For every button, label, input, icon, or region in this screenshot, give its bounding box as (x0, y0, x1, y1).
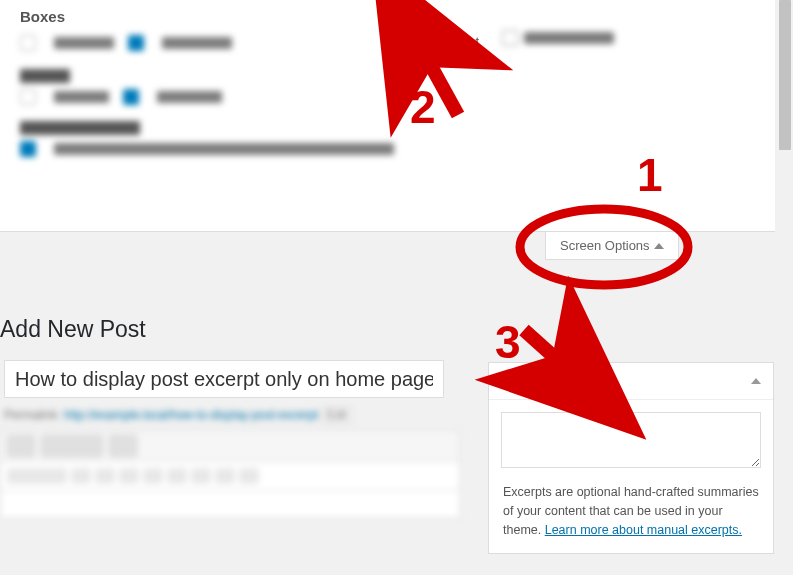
excerpt-checkbox[interactable]: Excerpt (406, 30, 479, 52)
screen-options-tab[interactable]: Screen Options (545, 232, 679, 260)
excerpt-metabox: Excerpt Excerpts are optional hand-craft… (488, 362, 774, 554)
chevron-up-icon (654, 243, 664, 249)
editor-blurred-area: Permalink: http://example.local/how-to-d… (0, 402, 460, 518)
excerpt-textarea[interactable] (501, 412, 761, 468)
page-scrollbar-thumb[interactable] (779, 0, 791, 150)
post-title-input[interactable] (4, 360, 444, 398)
drawer-heading: Boxes (20, 8, 755, 25)
excerpt-checkbox-label: Excerpt (435, 34, 479, 49)
screen-options-label: Screen Options (560, 238, 650, 253)
excerpt-checkbox-input[interactable] (410, 33, 426, 49)
page-title: Add New Post (0, 316, 146, 343)
excerpt-metabox-body: Excerpts are optional hand-crafted summa… (489, 400, 773, 553)
drawer-blurred-content (20, 35, 755, 157)
excerpt-learn-more-link[interactable]: Learn more about manual excerpts. (545, 523, 742, 537)
excerpt-metabox-header[interactable]: Excerpt (489, 363, 773, 400)
excerpt-description: Excerpts are optional hand-crafted summa… (503, 483, 759, 539)
excerpt-metabox-title: Excerpt (501, 373, 552, 389)
annotation-arrow-3 (524, 330, 563, 365)
screenshot-stage: Boxes Excerpt Screen Options Add New Pos… (0, 0, 793, 575)
chevron-up-icon (751, 378, 761, 384)
screen-options-drawer: Boxes Excerpt (0, 0, 775, 232)
page-scrollbar[interactable] (777, 0, 793, 575)
blurred-checkbox (502, 30, 614, 46)
annotation-number-3: 3 (495, 315, 521, 369)
